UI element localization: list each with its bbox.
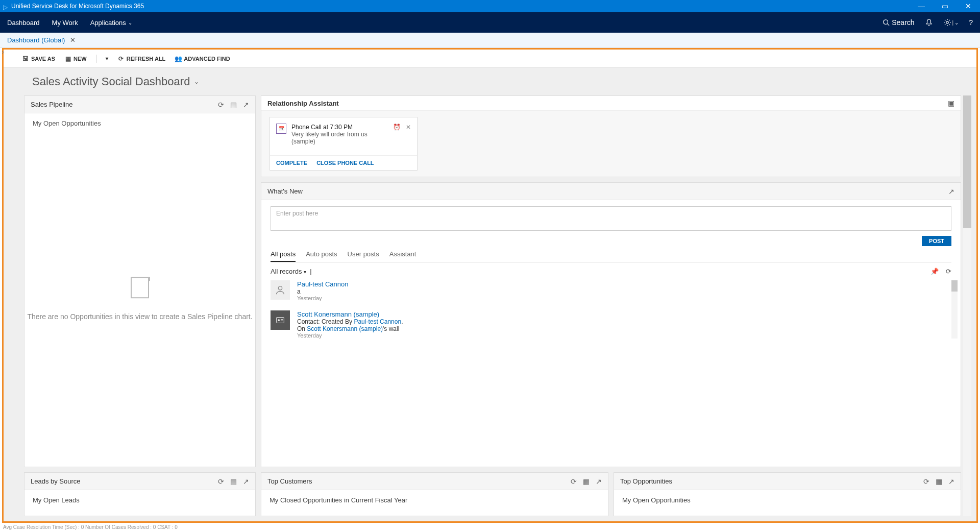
chevron-down-icon: ▾ [304, 269, 306, 275]
grid-icon[interactable]: ▦ [583, 477, 590, 486]
refresh-icon[interactable]: ⟳ [218, 477, 224, 486]
content-frame: › ‹ 🖫SAVE AS ▦NEW ▾ ⟳REFRESH ALL 👥ADVANC… [2, 48, 978, 523]
filter-dropdown[interactable]: All records ▾ | [271, 268, 312, 275]
snooze-icon[interactable]: ⏰ [393, 124, 401, 149]
new-button[interactable]: ▦NEW [64, 55, 87, 62]
svg-point-3 [278, 286, 282, 290]
status-bar: Avg Case Resolution Time (Sec) : 0 Numbe… [0, 523, 980, 531]
menu-applications[interactable]: Applications⌄ [90, 19, 132, 27]
post-button[interactable]: POST [922, 236, 951, 246]
refresh-icon[interactable]: ⟳ [571, 477, 577, 486]
chevron-down-icon: ▾ [106, 56, 108, 61]
feed-link[interactable]: Paul-test Cannon [354, 318, 401, 325]
card-title: Phone Call at 7:30 PM [291, 124, 388, 131]
tab-bar: Dashboard (Global) ✕ [0, 33, 980, 48]
popout-icon[interactable]: ↗ [243, 101, 249, 109]
panel-title: Sales Pipeline [31, 101, 72, 108]
refresh-icon[interactable]: ⟳ [946, 268, 951, 275]
feed-time: Yesterday [297, 295, 348, 301]
minimize-button[interactable]: — [910, 0, 933, 12]
panel-title: What's New [267, 187, 303, 195]
feed-text: Contact: Created By Paul-test Cannon. [297, 318, 403, 325]
panel-title: Leads by Source [31, 477, 81, 485]
panel-subtitle: My Closed Opportunities in Current Fisca… [270, 496, 407, 504]
empty-folder-icon [131, 277, 149, 298]
tab-assistant[interactable]: Assistant [389, 250, 416, 262]
menu-my-work[interactable]: My Work [52, 19, 78, 27]
relationship-assistant-panel: Relationship Assistant ▣ 📅 Phone Call at… [261, 95, 961, 177]
binoculars-icon: 👥 [175, 55, 182, 62]
tab-auto-posts[interactable]: Auto posts [306, 250, 337, 262]
svg-point-5 [278, 319, 280, 321]
refresh-icon[interactable]: ⟳ [218, 101, 224, 109]
pin-icon[interactable]: 📌 [930, 268, 939, 275]
panel-title: Relationship Assistant [267, 100, 339, 107]
svg-rect-4 [277, 318, 284, 323]
contact-avatar-icon [271, 310, 290, 330]
grid-icon[interactable]: ▦ [230, 477, 237, 486]
svg-point-2 [946, 21, 948, 23]
new-dropdown[interactable]: ▾ [106, 56, 108, 61]
user-avatar-icon [271, 280, 290, 300]
save-as-button[interactable]: 🖫SAVE AS [22, 55, 55, 62]
search-button[interactable]: Search [883, 18, 914, 27]
svg-line-1 [888, 24, 890, 26]
popout-icon[interactable]: ↗ [243, 477, 249, 486]
window-title: Unified Service Desk for Microsoft Dynam… [11, 3, 144, 10]
panel-subtitle: My Open Opportunities [622, 496, 691, 504]
refresh-all-button[interactable]: ⟳REFRESH ALL [117, 55, 166, 62]
dashboard-toolbar: 🖫SAVE AS ▦NEW ▾ ⟳REFRESH ALL 👥ADVANCED F… [4, 50, 976, 68]
save-icon: 🖫 [22, 55, 29, 62]
tab-all-posts[interactable]: All posts [271, 250, 296, 262]
feed-text-line2: On Scott Konersmann (sample)'s wall [297, 325, 403, 332]
tab-user-posts[interactable]: User posts [348, 250, 379, 262]
post-input[interactable]: Enter post here [271, 206, 951, 231]
new-icon: ▦ [64, 55, 71, 62]
card-subtitle: Very likely will order from us (sample) [291, 131, 388, 145]
refresh-icon[interactable]: ⟳ [923, 477, 929, 486]
feed-time: Yesterday [297, 332, 403, 339]
popout-icon[interactable]: ↗ [948, 477, 954, 486]
close-window-button[interactable]: ✕ [957, 0, 980, 12]
sales-pipeline-panel: Sales Pipeline ⟳ ▦ ↗ My Open Opportuniti… [24, 95, 256, 467]
feed-item: Scott Konersmann (sample) Contact: Creat… [271, 310, 951, 339]
maximize-button[interactable]: ▭ [933, 0, 957, 12]
feed-author[interactable]: Paul-test Cannon [297, 280, 348, 288]
workspace-scrollbar[interactable] [963, 95, 971, 516]
app-logo-icon: ▷ [3, 4, 8, 9]
grid-icon[interactable]: ▦ [230, 101, 237, 109]
tab-dashboard-global[interactable]: Dashboard (Global) ✕ [7, 36, 76, 44]
feed-item: Paul-test Cannon a Yesterday [271, 280, 951, 301]
close-phone-call-button[interactable]: CLOSE PHONE CALL [316, 160, 374, 166]
main-menubar: Dashboard My Work Applications⌄ Search |… [0, 12, 980, 33]
advanced-find-button[interactable]: 👥ADVANCED FIND [175, 55, 230, 62]
grid-icon[interactable]: ▦ [936, 477, 942, 486]
window-titlebar: ▷ Unified Service Desk for Microsoft Dyn… [0, 0, 980, 12]
svg-point-0 [884, 20, 888, 25]
popout-icon[interactable]: ↗ [948, 187, 954, 196]
help-icon[interactable]: ? [969, 18, 973, 27]
assistant-card[interactable]: 📅 Phone Call at 7:30 PM Very likely will… [270, 117, 418, 171]
feed-scrollbar[interactable] [951, 280, 958, 339]
close-tab-icon[interactable]: ✕ [70, 36, 76, 44]
panel-title: Top Customers [267, 477, 312, 485]
feed-link[interactable]: Scott Konersmann (sample) [307, 325, 383, 332]
top-customers-panel: Top Customers ⟳▦↗ My Closed Opportunitie… [261, 472, 608, 516]
post-tabs: All posts Auto posts User posts Assistan… [271, 250, 951, 262]
popout-icon[interactable]: ↗ [596, 477, 602, 486]
menu-dashboard[interactable]: Dashboard [7, 19, 40, 27]
search-icon [883, 19, 890, 26]
gear-icon[interactable]: |⌄ [943, 18, 959, 27]
svg-rect-6 [281, 319, 283, 320]
feed-author[interactable]: Scott Konersmann (sample) [297, 310, 403, 318]
dashboard-selector[interactable]: Sales Activity Social Dashboard⌄ [4, 68, 976, 95]
complete-button[interactable]: COMPLETE [276, 160, 307, 166]
chevron-down-icon: ⌄ [128, 20, 132, 26]
panel-subtitle: My Open Opportunities [33, 119, 247, 127]
bell-icon[interactable] [925, 18, 933, 27]
panel-title: Top Opportunities [620, 477, 672, 485]
compose-icon[interactable]: ▣ [948, 99, 954, 107]
dismiss-icon[interactable]: ✕ [406, 124, 411, 149]
chevron-down-icon: ⌄ [954, 20, 959, 26]
panel-subtitle: My Open Leads [33, 496, 80, 504]
